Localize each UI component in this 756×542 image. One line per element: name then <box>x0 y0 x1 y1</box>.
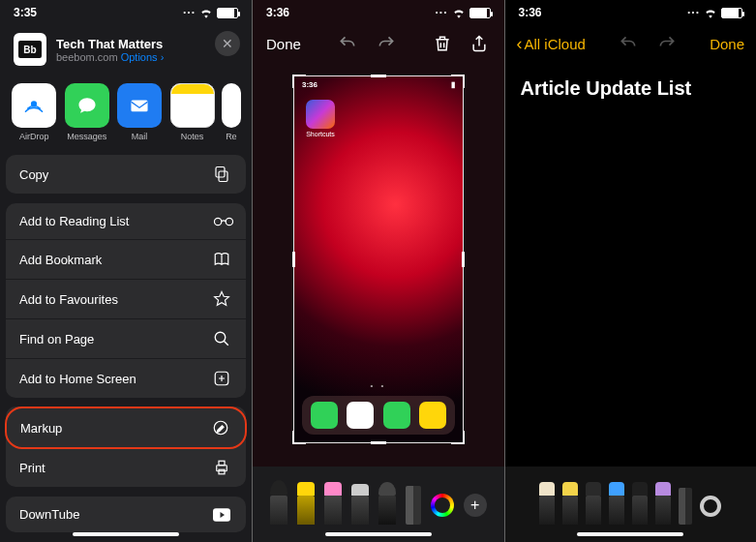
action-downtube[interactable]: DownTube <box>6 497 246 532</box>
share-options-link[interactable]: Options › <box>121 51 165 63</box>
svg-rect-2 <box>219 171 227 182</box>
tool-highlighter[interactable] <box>609 482 624 525</box>
notes-tooltray <box>505 467 757 542</box>
tool-pencil[interactable] <box>324 482 342 525</box>
tool-highlighter[interactable] <box>297 482 315 525</box>
share-button[interactable] <box>469 33 490 54</box>
redo-button[interactable] <box>656 33 678 54</box>
status-time: 3:35 <box>14 6 37 19</box>
status-time: 3:36 <box>266 6 289 19</box>
action-find[interactable]: Find on Page <box>6 319 246 359</box>
status-bar: 3:36 <box>505 0 757 23</box>
add-homescreen-icon <box>213 370 232 387</box>
airdrop-icon <box>12 83 56 128</box>
markup-tooltray: + <box>253 467 504 542</box>
action-copy[interactable]: Copy <box>6 155 246 194</box>
add-button[interactable]: + <box>464 494 487 517</box>
action-bookmark[interactable]: Add Bookmark <box>6 240 246 280</box>
status-time: 3:36 <box>519 6 542 19</box>
tool-ruler[interactable] <box>406 486 421 525</box>
screenshot-preview: 3:36▮ Shortcuts • • <box>294 76 463 442</box>
redo-button[interactable] <box>376 33 397 54</box>
tool-ruler[interactable] <box>679 488 692 525</box>
messages-icon <box>65 83 109 128</box>
action-markup[interactable]: Markup <box>5 406 247 449</box>
svg-rect-11 <box>219 469 225 474</box>
crop-frame[interactable]: 3:36▮ Shortcuts • • <box>293 75 464 443</box>
notes-icon <box>419 402 446 429</box>
tool-eraser[interactable] <box>632 482 648 525</box>
done-button[interactable]: Done <box>710 36 744 52</box>
back-button[interactable]: ‹ All iCloud <box>517 34 586 54</box>
markup-topbar: Done <box>253 23 504 60</box>
tool-marker[interactable] <box>562 482 578 525</box>
share-title: Tech That Matters <box>56 37 164 51</box>
phone-icon <box>311 402 338 429</box>
notes-icon <box>170 83 215 128</box>
delete-button[interactable] <box>432 33 453 54</box>
undo-button[interactable] <box>337 33 358 54</box>
svg-rect-3 <box>216 167 225 178</box>
mail-icon <box>117 83 162 128</box>
downtube-icon <box>213 508 232 522</box>
undo-button[interactable] <box>618 33 639 54</box>
svg-rect-10 <box>219 461 225 466</box>
action-print[interactable]: Print <box>6 448 246 487</box>
status-bar: 3:35 <box>0 0 252 23</box>
home-indicator[interactable] <box>73 532 179 536</box>
svg-point-6 <box>215 332 226 343</box>
star-icon <box>213 290 232 308</box>
tool-pencil[interactable] <box>586 482 601 525</box>
color-picker[interactable] <box>431 494 454 517</box>
note-title[interactable]: Article Update List <box>505 60 757 117</box>
color-picker[interactable] <box>700 496 721 517</box>
status-right <box>435 6 490 19</box>
safari-icon <box>347 402 374 429</box>
tool-lasso[interactable] <box>378 482 396 525</box>
share-reminders[interactable]: Re <box>219 83 244 141</box>
cellular-icon <box>687 6 700 19</box>
svg-rect-1 <box>132 101 148 112</box>
glasses-icon <box>213 216 232 227</box>
share-messages[interactable]: Messages <box>60 83 112 141</box>
share-subtitle: beebom.com Options › <box>56 51 164 63</box>
tool-lasso[interactable] <box>655 482 671 525</box>
tool-eraser[interactable] <box>351 484 369 525</box>
shortcuts-app: Shortcuts <box>306 100 335 137</box>
action-favourites[interactable]: Add to Favourites <box>6 280 246 319</box>
status-right <box>183 6 238 19</box>
notes-topbar: ‹ All iCloud Done <box>505 23 757 60</box>
cellular-icon <box>183 6 196 19</box>
screen-notes-editor: 3:36 ‹ All iCloud Done Article Update Li… <box>505 0 757 542</box>
home-indicator[interactable] <box>577 532 683 536</box>
wifi-icon <box>452 8 466 18</box>
share-header: Bb Tech That Matters beebom.com Options … <box>6 23 246 79</box>
home-indicator[interactable] <box>325 532 432 536</box>
status-bar: 3:36 <box>253 0 504 23</box>
markup-icon <box>212 419 231 437</box>
svg-point-5 <box>226 218 232 225</box>
action-home-screen[interactable]: Add to Home Screen <box>6 359 246 398</box>
done-button[interactable]: Done <box>266 36 301 52</box>
share-apps-row: AirDrop Messages Mail Notes Re <box>6 79 246 147</box>
battery-icon <box>469 8 491 18</box>
chevron-left-icon: ‹ <box>517 34 523 54</box>
share-mail[interactable]: Mail <box>113 83 166 141</box>
screen-share-sheet: 3:35 Bb Tech That Matters beebom.com Opt… <box>0 0 252 542</box>
screen-markup-editor: 3:36 Done 3:36▮ Shortcuts • • <box>253 0 504 542</box>
close-button[interactable]: ✕ <box>215 31 240 56</box>
share-airdrop[interactable]: AirDrop <box>8 83 60 141</box>
shortcuts-icon <box>306 100 335 129</box>
battery-icon <box>217 8 238 18</box>
svg-rect-9 <box>217 466 227 471</box>
page-thumbnail: Bb <box>14 33 46 66</box>
dock <box>302 396 455 435</box>
wifi-icon <box>704 8 717 18</box>
cellular-icon <box>435 6 447 19</box>
action-reading-list[interactable]: Add to Reading List <box>6 203 246 240</box>
share-notes[interactable]: Notes <box>166 83 218 141</box>
reminders-icon <box>222 83 241 128</box>
messages-icon <box>383 402 410 429</box>
tool-pen[interactable] <box>270 480 287 525</box>
tool-pen[interactable] <box>539 482 555 525</box>
